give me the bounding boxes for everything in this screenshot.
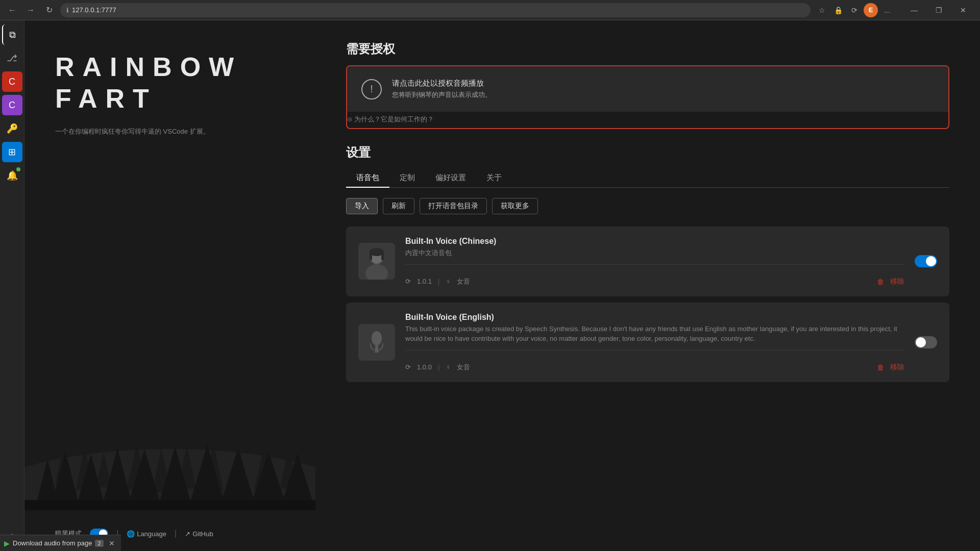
sidebar-item-c2[interactable]: C: [2, 95, 22, 115]
sidebar-item-bell[interactable]: 🔔: [2, 165, 22, 186]
github-label: GitHub: [192, 530, 213, 538]
download-bar: ▶ Download audio from page 2 ✕: [0, 535, 121, 551]
app-title: RAINBOW FART: [55, 51, 285, 115]
voice-meta-row-chinese: ⟳ 1.0.1 | ♀ 女音 🗑 移除: [405, 277, 904, 286]
gender-english: 女音: [457, 363, 470, 372]
settings-tabs: 语音包 定制 偏好设置 关于: [346, 169, 949, 188]
voice-desc-chinese: 内置中文语音包: [405, 248, 904, 258]
version-icon-english: ⟳: [405, 363, 411, 371]
forward-button[interactable]: →: [23, 3, 38, 17]
version-english: 1.0.0: [417, 363, 432, 371]
url-text: 127.0.0.1:7777: [72, 6, 116, 14]
svg-rect-21: [24, 500, 315, 510]
voice-avatar-english: [358, 324, 395, 361]
sidebar-item-git[interactable]: ⎇: [2, 48, 22, 68]
voice-actions-english: [915, 336, 937, 348]
main-layout: ⧉ ⎇ C C 🔑 ⊞ 🔔 +: [0, 20, 980, 551]
action-buttons: 导入 刷新 打开语音包目录 获取更多: [346, 198, 949, 214]
tab-voice-pack[interactable]: 语音包: [346, 169, 389, 188]
version-chinese: 1.0.1: [417, 278, 432, 285]
voice-meta-chinese: ⟳ 1.0.1 | ♀ 女音 🗑 移除: [405, 264, 904, 286]
refresh-button[interactable]: 刷新: [383, 198, 414, 214]
voice-avatar-chinese: [358, 243, 395, 280]
favorites-icon[interactable]: ☆: [815, 3, 829, 17]
sidebar-item-key[interactable]: 🔑: [2, 118, 22, 139]
voice-name-chinese: Built-In Voice (Chinese): [405, 237, 904, 246]
auth-click-area[interactable]: ! 请点击此处以授权音频播放 您将听到钢琴的声音以表示成功。: [347, 66, 948, 112]
address-bar[interactable]: ℹ 127.0.0.1:7777: [60, 3, 811, 17]
voice-card-english: Built-In Voice (English) This built-in v…: [346, 303, 949, 382]
sidebar-item-explorer[interactable]: ⧉: [2, 24, 22, 45]
activity-bar: ⧉ ⎇ C C 🔑 ⊞ 🔔 +: [0, 20, 24, 551]
tab-about[interactable]: 关于: [476, 169, 512, 188]
download-bar-close[interactable]: ✕: [107, 539, 117, 547]
voice-card-chinese: Built-In Voice (Chinese) 内置中文语音包 ⟳ 1.0.1…: [346, 227, 949, 296]
footer-divider2: |: [175, 529, 177, 538]
voice-meta-row-english: ⟳ 1.0.0 | ♀ 女音 🗑 移除: [405, 363, 904, 372]
collections-icon[interactable]: 🔒: [831, 3, 845, 17]
tab-customize[interactable]: 定制: [389, 169, 425, 188]
voice-info-english: Built-In Voice (English) This built-in v…: [405, 313, 904, 372]
voice-actions-chinese: [915, 255, 937, 267]
gender-icon-english: ♀: [446, 363, 451, 371]
exclamation-icon: !: [361, 79, 382, 99]
sidebar-item-c1[interactable]: C: [2, 71, 22, 92]
language-link[interactable]: 🌐 Language: [127, 530, 166, 538]
delete-chinese-button[interactable]: 🗑: [877, 278, 884, 286]
meta-divider-english: |: [438, 363, 439, 371]
language-icon: 🌐: [127, 530, 135, 538]
settings-section: 设置 语音包 定制 偏好设置 关于 导入 刷新 打开语音包目录 获取更多: [346, 144, 949, 382]
left-panel: RAINBOW FART 一个在你编程时疯狂夸你写得牛逼的 VSCode 扩展。…: [24, 20, 315, 551]
back-button[interactable]: ←: [5, 3, 19, 17]
menu-button[interactable]: ...: [880, 3, 894, 17]
svg-rect-27: [370, 252, 372, 260]
github-link[interactable]: ↗ GitHub: [185, 530, 213, 538]
history-icon[interactable]: ⟳: [847, 3, 862, 17]
download-bar-text[interactable]: Download audio from page: [13, 539, 92, 547]
voice-desc-english: This built-in voice package is created b…: [405, 324, 904, 344]
gender-chinese: 女音: [457, 277, 470, 286]
voice-info-chinese: Built-In Voice (Chinese) 内置中文语音包 ⟳ 1.0.1…: [405, 237, 904, 286]
version-icon: ⟳: [405, 278, 411, 285]
open-dir-button[interactable]: 打开语音包目录: [420, 198, 487, 214]
auth-text-main: 请点击此处以授权音频播放: [392, 79, 492, 88]
remove-chinese-label[interactable]: 移除: [890, 277, 904, 286]
auth-box: ! 请点击此处以授权音频播放 您将听到钢琴的声音以表示成功。 ⊙ 为什么？它是如…: [346, 65, 949, 129]
browser-chrome: ← → ↻ ℹ 127.0.0.1:7777 ☆ 🔒 ⟳ E ... — ❐ ✕: [0, 0, 980, 20]
voice-meta-english: ⟳ 1.0.0 | ♀ 女音 🗑 移除: [405, 350, 904, 372]
forest-background: [24, 357, 315, 510]
app-subtitle: 一个在你编程时疯狂夸你写得牛逼的 VSCode 扩展。: [55, 127, 285, 136]
voice-toggle-chinese[interactable]: [915, 255, 937, 267]
language-label: Language: [137, 530, 166, 538]
get-more-button[interactable]: 获取更多: [492, 198, 538, 214]
voice-name-english: Built-In Voice (English): [405, 313, 904, 322]
svg-rect-28: [381, 252, 384, 260]
tab-preferences[interactable]: 偏好设置: [425, 169, 476, 188]
auth-why-link[interactable]: ⊙ 为什么？它是如何工作的？: [347, 112, 948, 128]
auth-text-sub: 您将听到钢琴的声音以表示成功。: [392, 90, 492, 99]
svg-point-30: [372, 331, 382, 345]
voice-toggle-english[interactable]: [915, 336, 937, 348]
gender-icon-chinese: ♀: [446, 278, 451, 285]
meta-divider-chinese: |: [438, 278, 439, 285]
download-count: 2: [95, 540, 103, 547]
minimize-button[interactable]: —: [902, 3, 926, 17]
delete-english-button[interactable]: 🗑: [877, 363, 884, 371]
play-icon: ▶: [4, 539, 10, 547]
import-button[interactable]: 导入: [346, 198, 378, 214]
settings-title: 设置: [346, 144, 949, 161]
right-panel: 需要授权 ! 请点击此处以授权音频播放 您将听到钢琴的声音以表示成功。 ⊙ 为什…: [315, 20, 980, 551]
sidebar-item-ms[interactable]: ⊞: [2, 142, 22, 162]
security-icon: ℹ: [66, 7, 69, 14]
restore-button[interactable]: ❐: [927, 3, 950, 17]
auth-title: 需要授权: [346, 41, 949, 57]
profile-avatar[interactable]: E: [864, 3, 878, 17]
svg-rect-32: [375, 352, 379, 353]
auth-text: 请点击此处以授权音频播放 您将听到钢琴的声音以表示成功。: [392, 79, 492, 99]
external-link-icon: ↗: [185, 530, 190, 538]
window-controls: — ❐ ✕: [902, 3, 975, 17]
close-button[interactable]: ✕: [951, 3, 975, 17]
refresh-button[interactable]: ↻: [42, 3, 56, 17]
remove-english-label[interactable]: 移除: [890, 363, 904, 372]
browser-actions: ☆ 🔒 ⟳ E ...: [815, 3, 894, 17]
